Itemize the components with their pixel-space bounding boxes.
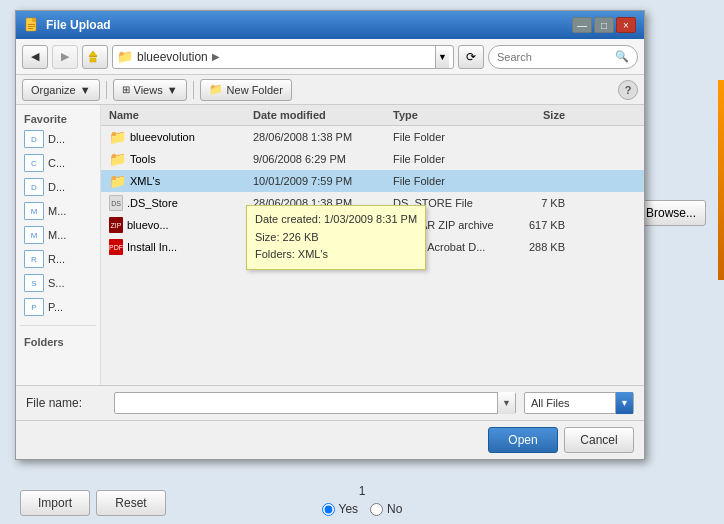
search-icon: 🔍 — [615, 50, 629, 63]
file-name-2: XML's — [130, 175, 160, 187]
open-button[interactable]: Open — [488, 427, 558, 453]
cancel-button[interactable]: Cancel — [564, 427, 634, 453]
radio-yes-input[interactable] — [322, 503, 335, 516]
sidebar-label-fav3: D... — [48, 181, 65, 193]
file-size-0 — [499, 135, 569, 139]
address-arrow: ▶ — [212, 51, 220, 62]
sidebar-label-fav8: P... — [48, 301, 63, 313]
tooltip-line3: Folders: XML's — [255, 246, 417, 264]
file-size-4: 617 KB — [499, 217, 569, 233]
browse-side-button[interactable]: Browse... — [636, 200, 706, 226]
address-toolbar: ◀ ▶ 📁 blueevolution ▶ ▼ ⟳ 🔍 — [16, 39, 644, 75]
filename-input-wrap[interactable]: ▼ — [114, 392, 516, 414]
views-label: Views — [134, 84, 163, 96]
zip-icon-4: ZIP — [109, 217, 123, 233]
sidebar-item-fav5[interactable]: M M... — [16, 223, 100, 247]
radio-no-input[interactable] — [370, 503, 383, 516]
folder-icon: 📁 — [117, 49, 133, 64]
import-reset-group: Import Reset — [20, 490, 166, 516]
address-bar[interactable]: 📁 blueevolution ▶ ▼ — [112, 45, 454, 69]
folder-icon-0: 📁 — [109, 129, 126, 145]
filetype-dropdown-btn[interactable]: ▼ — [615, 392, 633, 414]
main-content: Favorite D D... C C... D D... M M... M M… — [16, 105, 644, 385]
col-header-name[interactable]: Name — [101, 107, 249, 123]
close-button[interactable]: × — [616, 17, 636, 33]
folder-icon-2: 📁 — [109, 173, 126, 189]
toolbar-separator-1 — [106, 81, 107, 99]
folders-label: Folders — [16, 332, 100, 350]
favorites-label: Favorite — [16, 109, 100, 127]
sidebar-item-fav7[interactable]: S S... — [16, 271, 100, 295]
file-row-2[interactable]: 📁 XML's 10/01/2009 7:59 PM File Folder — [101, 170, 644, 192]
radio-no-option[interactable]: No — [370, 502, 402, 516]
file-name-4: bluevo... — [127, 219, 169, 231]
new-folder-label: New Folder — [227, 84, 283, 96]
help-button[interactable]: ? — [618, 80, 638, 100]
orange-accent-bar — [718, 80, 724, 280]
sidebar-icon-fav3: D — [24, 178, 44, 196]
sidebar-item-fav8[interactable]: P P... — [16, 295, 100, 319]
sidebar-icon-fav5: M — [24, 226, 44, 244]
filetype-text: All Files — [525, 397, 615, 409]
forward-button[interactable]: ▶ — [52, 45, 78, 69]
sidebar-label-fav7: S... — [48, 277, 65, 289]
file-name-5: Install In... — [127, 241, 177, 253]
sidebar-icon-fav6: R — [24, 250, 44, 268]
refresh-button[interactable]: ⟳ — [458, 45, 484, 69]
sidebar-item-fav4[interactable]: M M... — [16, 199, 100, 223]
minimize-button[interactable]: — — [572, 17, 592, 33]
reset-button[interactable]: Reset — [96, 490, 166, 516]
up-button[interactable] — [82, 45, 108, 69]
toolbar-separator-2 — [193, 81, 194, 99]
search-input[interactable] — [497, 51, 611, 63]
address-dropdown-btn[interactable]: ▼ — [435, 46, 449, 68]
filename-bar: File name: ▼ All Files ▼ — [16, 385, 644, 420]
dialog-actions: Open Cancel — [16, 420, 644, 459]
file-type-2: File Folder — [389, 173, 499, 189]
filename-dropdown-btn[interactable]: ▼ — [497, 392, 515, 414]
views-icon: ⊞ — [122, 84, 130, 95]
sidebar-label-fav5: M... — [48, 229, 66, 241]
filename-input[interactable] — [115, 397, 497, 409]
views-button[interactable]: ⊞ Views ▼ — [113, 79, 187, 101]
maximize-button[interactable]: □ — [594, 17, 614, 33]
file-row-1[interactable]: 📁 Tools 9/06/2008 6:29 PM File Folder — [101, 148, 644, 170]
sidebar-label-fav2: C... — [48, 157, 65, 169]
file-type-1: File Folder — [389, 151, 499, 167]
file-date-2: 10/01/2009 7:59 PM — [249, 173, 389, 189]
svg-rect-5 — [90, 58, 96, 62]
sidebar-icon-fav2: C — [24, 154, 44, 172]
col-header-type[interactable]: Type — [389, 107, 499, 123]
radio-yes-option[interactable]: Yes — [322, 502, 359, 516]
file-date-0: 28/06/2008 1:38 PM — [249, 129, 389, 145]
sidebar-label-fav6: R... — [48, 253, 65, 265]
page-number: 1 — [359, 484, 366, 498]
views-dropdown-icon: ▼ — [167, 84, 178, 96]
file-list-header: Name Date modified Type Size — [101, 105, 644, 126]
address-path: blueevolution — [137, 50, 208, 64]
filename-label: File name: — [26, 396, 106, 410]
file-row-0[interactable]: 📁 blueevolution 28/06/2008 1:38 PM File … — [101, 126, 644, 148]
sidebar-item-fav6[interactable]: R R... — [16, 247, 100, 271]
filetype-select[interactable]: All Files ▼ — [524, 392, 634, 414]
folder-icon-1: 📁 — [109, 151, 126, 167]
organize-button[interactable]: Organize ▼ — [22, 79, 100, 101]
sidebar-item-fav2[interactable]: C C... — [16, 151, 100, 175]
sidebar-icon-fav7: S — [24, 274, 44, 292]
search-box: 🔍 — [488, 45, 638, 69]
sidebar: Favorite D D... C C... D D... M M... M M… — [16, 105, 101, 385]
sidebar-icon-fav1: D — [24, 130, 44, 148]
action-toolbar: Organize ▼ ⊞ Views ▼ 📁 New Folder ? — [16, 75, 644, 105]
file-type-0: File Folder — [389, 129, 499, 145]
back-button[interactable]: ◀ — [22, 45, 48, 69]
file-size-5: 288 KB — [499, 239, 569, 255]
sidebar-item-fav3[interactable]: D D... — [16, 175, 100, 199]
import-button[interactable]: Import — [20, 490, 90, 516]
col-header-date[interactable]: Date modified — [249, 107, 389, 123]
new-folder-button[interactable]: 📁 New Folder — [200, 79, 292, 101]
sidebar-icon-fav8: P — [24, 298, 44, 316]
col-header-size[interactable]: Size — [499, 107, 569, 123]
tooltip-line2: Size: 226 KB — [255, 229, 417, 247]
file-tooltip: Date created: 1/03/2009 8:31 PM Size: 22… — [246, 205, 426, 270]
sidebar-item-fav1[interactable]: D D... — [16, 127, 100, 151]
